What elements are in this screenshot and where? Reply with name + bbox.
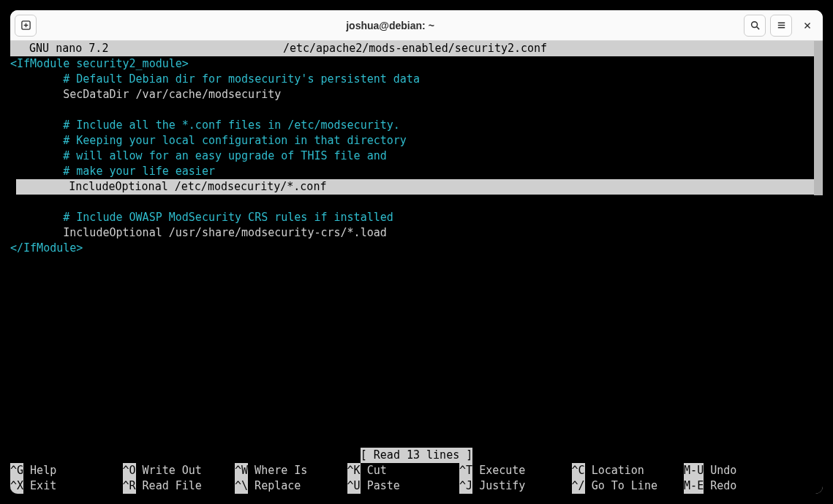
- shortcut-readfile[interactable]: ^RRead File: [123, 478, 235, 494]
- titlebar: joshua@debian: ~: [10, 10, 823, 41]
- shortcut-undo[interactable]: M-UUndo: [684, 463, 814, 478]
- nano-file-path: /etc/apache2/mods-enabled/security2.conf: [108, 41, 721, 56]
- terminal-area[interactable]: GNU nano 7.2 /etc/apache2/mods-enabled/s…: [10, 41, 823, 494]
- shortcut-whereis[interactable]: ^WWhere Is: [235, 463, 347, 478]
- shortcut-row: ^GHelp ^OWrite Out ^WWhere Is ^KCut ^TEx…: [10, 463, 814, 478]
- shortcut-cut[interactable]: ^KCut: [347, 463, 460, 478]
- shortcut-execute[interactable]: ^TExecute: [459, 463, 572, 478]
- code-line: # will allow for an easy upgrade of THIS…: [10, 148, 823, 164]
- shortcut-gotoline[interactable]: ^/Go To Line: [572, 478, 685, 494]
- menu-button[interactable]: [770, 15, 792, 37]
- shortcut-replace[interactable]: ^\Replace: [235, 478, 347, 494]
- code-line: [10, 102, 823, 118]
- shortcut-location[interactable]: ^CLocation: [572, 463, 685, 478]
- code-line: # Keeping your local configuration in th…: [10, 133, 823, 148]
- close-button[interactable]: [796, 15, 818, 37]
- shortcut-row: ^XExit ^RRead File ^\Replace ^UPaste ^JJ…: [10, 478, 814, 494]
- code-line: </IfModule>: [10, 241, 823, 256]
- svg-point-3: [751, 22, 757, 28]
- cursor-line: IncludeOptional /etc/modsecurity/*.conf: [16, 179, 814, 195]
- shortcut-justify[interactable]: ^JJustify: [459, 478, 572, 494]
- search-button[interactable]: [744, 15, 766, 37]
- hamburger-icon: [776, 20, 787, 31]
- shortcut-paste[interactable]: ^UPaste: [347, 478, 460, 494]
- code-line: <IfModule security2_module>: [10, 56, 823, 72]
- nano-header: GNU nano 7.2 /etc/apache2/mods-enabled/s…: [10, 41, 823, 56]
- svg-line-4: [756, 27, 759, 30]
- scrollbar[interactable]: [814, 41, 823, 195]
- code-line: # make your life easier: [10, 164, 823, 179]
- shortcut-redo[interactable]: M-ERedo: [684, 478, 814, 494]
- window-title: joshua@debian: ~: [41, 20, 739, 31]
- code-line: IncludeOptional /usr/share/modsecurity-c…: [10, 225, 823, 241]
- status-message: [ Read 13 lines ]: [361, 448, 473, 463]
- code-line: # Include all the *.conf files in /etc/m…: [10, 118, 823, 133]
- status-bar: [ Read 13 lines ]: [10, 448, 823, 463]
- search-icon: [750, 20, 761, 31]
- code-line: # Include OWASP ModSecurity CRS rules if…: [10, 210, 823, 225]
- nano-app-label: GNU nano 7.2: [10, 41, 108, 56]
- shortcut-help[interactable]: ^GHelp: [10, 463, 123, 478]
- code-line: # Default Debian dir for modsecurity's p…: [10, 72, 823, 87]
- shortcut-bar: ^GHelp ^OWrite Out ^WWhere Is ^KCut ^TEx…: [10, 463, 823, 494]
- code-line: [10, 195, 823, 210]
- terminal-window: joshua@debian: ~ GNU nano 7.2 /etc/apach…: [10, 10, 823, 494]
- terminal-content[interactable]: GNU nano 7.2 /etc/apache2/mods-enabled/s…: [10, 41, 823, 448]
- new-tab-icon: [20, 20, 31, 31]
- shortcut-exit[interactable]: ^XExit: [10, 478, 123, 494]
- new-tab-button[interactable]: [15, 15, 37, 37]
- code-line: SecDataDir /var/cache/modsecurity: [10, 87, 823, 102]
- shortcut-writeout[interactable]: ^OWrite Out: [123, 463, 235, 478]
- close-icon: [802, 20, 813, 31]
